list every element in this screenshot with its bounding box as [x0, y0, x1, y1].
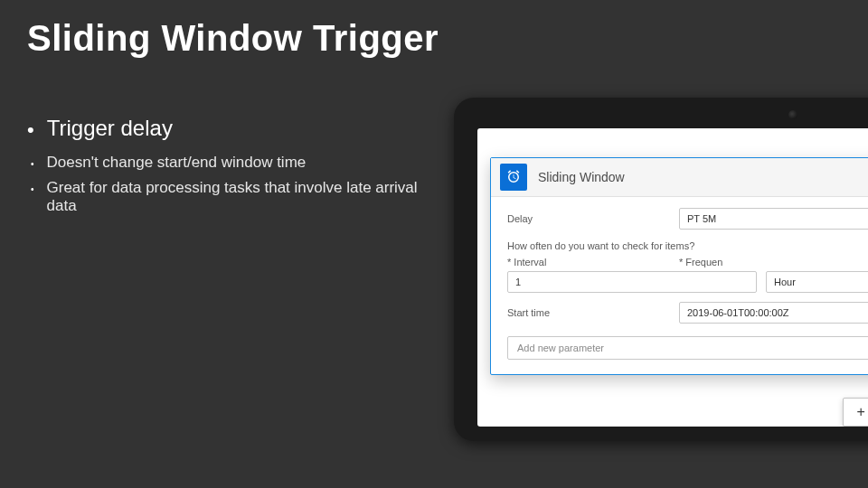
camera-icon: [788, 110, 797, 119]
bullet-list: • Trigger delay • Doesn't change start/e…: [27, 116, 443, 222]
delay-input[interactable]: [679, 208, 868, 230]
bullet-level2: • Great for data processing tasks that i…: [31, 179, 443, 215]
interval-input[interactable]: [507, 271, 757, 293]
frequency-question: How often do you want to check for items…: [507, 240, 868, 251]
bullet-level1: • Trigger delay: [27, 116, 443, 141]
card-header[interactable]: Sliding Window: [491, 158, 868, 197]
starttime-input[interactable]: [679, 302, 868, 324]
frequency-input[interactable]: [766, 271, 868, 293]
laptop-bezel: Sliding Window Delay How often do you wa…: [454, 98, 868, 441]
bullet-sub1-text: Doesn't change start/end window time: [47, 154, 307, 172]
new-step-button[interactable]: + New step: [843, 398, 868, 427]
card-body: Delay How often do you want to check for…: [491, 197, 868, 374]
delay-row: Delay: [507, 208, 868, 230]
slide-title: Sliding Window Trigger: [27, 18, 439, 59]
frequency-label: Frequen: [679, 257, 730, 267]
bullet-dot: •: [31, 157, 34, 172]
bullet1-text: Trigger delay: [47, 116, 173, 141]
interval-label: Interval: [507, 257, 679, 267]
delay-label: Delay: [507, 213, 679, 224]
add-parameter-dropdown[interactable]: Add new parameter: [507, 336, 868, 360]
bullet-dot: •: [31, 183, 34, 197]
starttime-row: Start time: [507, 302, 868, 324]
add-parameter-placeholder: Add new parameter: [517, 343, 604, 353]
interval-values-row: [507, 271, 868, 293]
sliding-window-card: Sliding Window Delay How often do you wa…: [490, 157, 868, 375]
bullet-dot: •: [27, 120, 34, 140]
alarm-clock-icon: [500, 164, 527, 191]
laptop-screen: Sliding Window Delay How often do you wa…: [477, 128, 868, 427]
bullet-level2: • Doesn't change start/end window time: [31, 154, 443, 172]
card-title: Sliding Window: [538, 170, 625, 184]
starttime-label: Start time: [507, 307, 679, 318]
bullet-sub2-text: Great for data processing tasks that inv…: [47, 179, 443, 215]
interval-row: Interval Frequen: [507, 257, 868, 267]
plus-icon: +: [856, 404, 864, 420]
